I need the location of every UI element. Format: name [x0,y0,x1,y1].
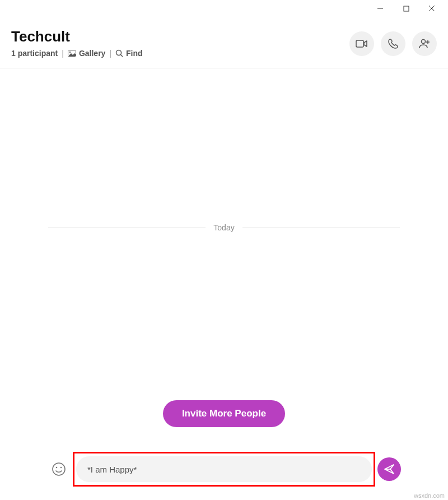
video-call-button[interactable] [349,31,374,56]
video-icon [356,39,368,48]
svg-point-13 [56,467,58,469]
chat-header: Techcult 1 participant | Gallery | Find [0,17,448,68]
close-icon [428,5,435,12]
message-input[interactable] [76,456,372,482]
chat-header-left: Techcult 1 participant | Gallery | Find [11,28,349,58]
watermark: wsxdn.com [414,492,445,499]
date-divider: Today [48,223,400,232]
maximize-button[interactable] [393,0,419,17]
chat-title[interactable]: Techcult [11,28,349,45]
send-button[interactable] [377,457,401,481]
close-button[interactable] [419,0,445,17]
chat-subline: 1 participant | Gallery | Find [11,49,349,58]
svg-point-14 [60,467,62,469]
smiley-icon [52,462,66,476]
svg-rect-8 [356,40,363,47]
invite-row: Invite More People [0,400,448,427]
minimize-button[interactable] [367,0,393,17]
emoji-button[interactable] [47,457,71,481]
message-input-wrap [76,456,372,482]
phone-icon [388,38,399,49]
separator: | [62,49,64,58]
send-icon [384,464,395,475]
message-composer [47,456,401,482]
svg-point-9 [422,40,426,44]
find-link[interactable]: Find [115,49,143,58]
svg-rect-1 [404,6,409,11]
minimize-icon [377,5,384,12]
invite-more-people-button[interactable]: Invite More People [163,400,285,427]
gallery-label: Gallery [79,49,105,58]
participants-link[interactable]: 1 participant [11,49,58,58]
header-actions [349,28,437,56]
maximize-icon [403,6,409,12]
gallery-link[interactable]: Gallery [68,49,105,58]
date-label: Today [213,223,234,232]
add-people-button[interactable] [412,31,437,56]
svg-point-5 [69,52,71,53]
separator: | [109,49,111,58]
chat-body: Today [0,78,448,433]
search-icon [115,49,123,57]
window-titlebar [0,0,448,17]
gallery-icon [68,50,76,57]
find-label: Find [126,49,143,58]
svg-point-12 [53,463,65,475]
divider-line [48,228,206,228]
svg-line-7 [121,55,123,57]
add-person-icon [418,38,431,49]
audio-call-button[interactable] [381,31,405,56]
divider-line [242,228,400,228]
svg-point-6 [116,50,122,55]
